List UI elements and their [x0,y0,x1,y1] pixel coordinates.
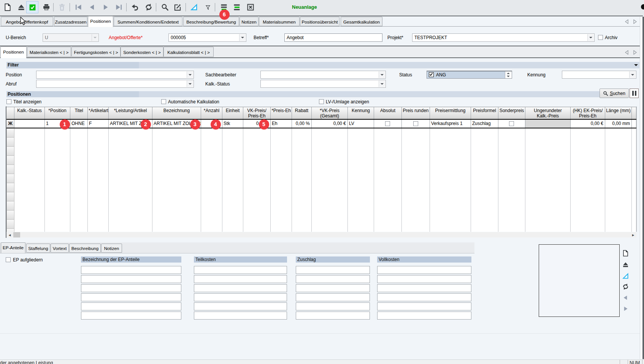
table-cell[interactable]: OHNE [70,120,88,128]
column-header[interactable]: Ungerundeter Kalk.-Preis [525,107,571,119]
column-header[interactable]: Preisformel [471,107,498,119]
table-cell[interactable] [632,120,636,128]
row-header-cell[interactable] [6,147,14,156]
table-cell[interactable]: 0,00 % [292,120,312,128]
ep-input-field[interactable] [81,284,181,292]
table-cell[interactable]: 0,00 € [312,120,348,128]
dropdown-arrow-icon[interactable] [629,71,636,78]
tab-positionen[interactable]: Positionen [88,16,113,27]
scrollbar-thumb[interactable] [13,232,20,237]
table-cell[interactable]: 0,00 € [571,120,605,128]
subtab-positionen[interactable]: Positionen [0,46,27,58]
table-row[interactable]: Ж1OHNEFARTIKEL MIT ZOLLARTIKEL MIT ZOLLZ… [6,119,636,128]
ep-input-field[interactable] [194,266,287,274]
ep-input-field[interactable] [81,293,181,301]
nav-last-icon[interactable] [115,3,123,12]
bottomtab-ep-anteile[interactable]: EP-Anteile [1,242,25,253]
dropdown-arrow-icon[interactable] [92,34,98,41]
ep-input-field[interactable] [377,275,471,283]
tab-gesamtkalkulation[interactable]: Gesamtkalkulation [341,17,382,26]
pause-button[interactable] [630,89,639,98]
archiv-checkbox[interactable] [598,35,603,40]
column-header[interactable]: *Artikelart [88,107,109,119]
close-window-icon[interactable] [246,3,255,12]
column-header[interactable]: Preis runden [402,107,430,119]
row-header-cell[interactable] [6,192,14,201]
filter-kennung-combobox[interactable] [562,71,636,79]
nav-prev-icon[interactable] [88,3,96,12]
table-cell[interactable]: Stk [222,120,243,128]
table-cell[interactable]: Verkaufspreis 1 [430,120,471,128]
row-header-cell[interactable] [6,201,14,210]
column-header[interactable]: Rabatt [292,107,312,119]
cell-checkbox[interactable] [509,121,514,126]
nav-right-gray-icon[interactable] [622,305,629,312]
cell-checkbox[interactable] [413,121,418,126]
projekt-combobox[interactable]: TESTPROJEKT [412,33,595,42]
filter-section-header[interactable]: Filter [6,62,639,68]
subtab-materialkosten-[interactable]: Materialkosten < | > [27,47,71,57]
status-spinner[interactable] [505,71,512,78]
column-header[interactable]: Einheit [222,107,243,119]
table-cell[interactable]: Eh [271,120,292,128]
row-header-cell[interactable] [6,183,14,192]
list-green-middle-icon[interactable] [233,3,241,12]
delete-icon[interactable] [58,3,66,12]
row-header-cell[interactable] [6,174,14,183]
table-cell[interactable]: Zuschlag [471,120,498,128]
subtab-sonderkosten-[interactable]: Sonderkosten < | > [121,47,163,57]
dropdown-arrow-icon[interactable] [187,81,193,87]
calc-check-icon[interactable] [26,1,38,13]
tab-scroll-right-icon[interactable] [632,19,637,24]
ep-input-field[interactable] [194,293,287,301]
ep-input-field[interactable] [194,302,287,310]
column-header[interactable]: Kalk.-Status [14,107,45,119]
ep-input-field[interactable] [81,302,181,310]
ep-input-field[interactable] [296,312,370,320]
ep-input-field[interactable] [377,284,471,292]
dropdown-arrow-icon[interactable] [587,34,594,41]
refresh-icon[interactable] [144,3,152,12]
ep-input-field[interactable] [81,266,181,274]
mark-blue-icon[interactable] [190,3,198,12]
column-header[interactable]: Bezeichnung [152,107,201,119]
column-header[interactable]: *Leistung/Artikel [109,107,152,119]
column-header[interactable]: Kennung [348,107,374,119]
bottomtab-vortext[interactable]: Vortext [51,244,69,253]
ep-input-field[interactable] [296,284,370,292]
row-header-cell[interactable] [6,138,14,147]
tab-zusatzadressen[interactable]: Zusatzadressen [54,17,87,26]
row-header-cell[interactable] [6,229,14,232]
current-row-marker[interactable]: Ж [6,120,14,128]
bottomtab-staffelung[interactable]: Staffelung [26,244,50,253]
column-header[interactable]: Länge (mm) [605,107,632,119]
tab-scroll-left-icon[interactable] [625,19,630,24]
ep-input-field[interactable] [377,293,471,301]
column-header[interactable] [632,107,636,119]
scroll-right-button[interactable]: ▸ [630,232,636,237]
undo-icon[interactable] [131,3,139,12]
column-header[interactable]: Sonderpreis [498,107,525,119]
ep-input-field[interactable] [377,302,471,310]
ep-input-field[interactable] [296,302,370,310]
column-header[interactable]: Absolut [374,107,402,119]
tab-materialsummen[interactable]: Materialsummen [259,17,300,26]
ep-input-field[interactable] [377,312,471,320]
table-cell[interactable] [525,120,571,128]
nav-left-gray-icon[interactable] [622,294,629,301]
eject-icon[interactable] [17,3,25,12]
ep-input-field[interactable] [194,312,287,320]
print-icon[interactable] [41,3,51,12]
mark-blue-icon[interactable] [622,272,629,279]
search-icon[interactable] [161,3,169,12]
ep-input-field[interactable] [81,312,181,320]
table-cell[interactable]: F [88,120,109,128]
scroll-left-button[interactable]: ◂ [6,232,13,237]
nav-next-icon[interactable] [102,3,110,12]
dropdown-arrow-icon[interactable] [239,34,246,41]
filter-status-control[interactable]: ANG [427,71,512,79]
suchen-button[interactable]: Suchen [600,89,629,98]
titel-anzeigen-checkbox[interactable] [6,99,11,104]
row-header-cell[interactable] [6,165,14,174]
filter-collapse-icon[interactable] [634,64,638,66]
